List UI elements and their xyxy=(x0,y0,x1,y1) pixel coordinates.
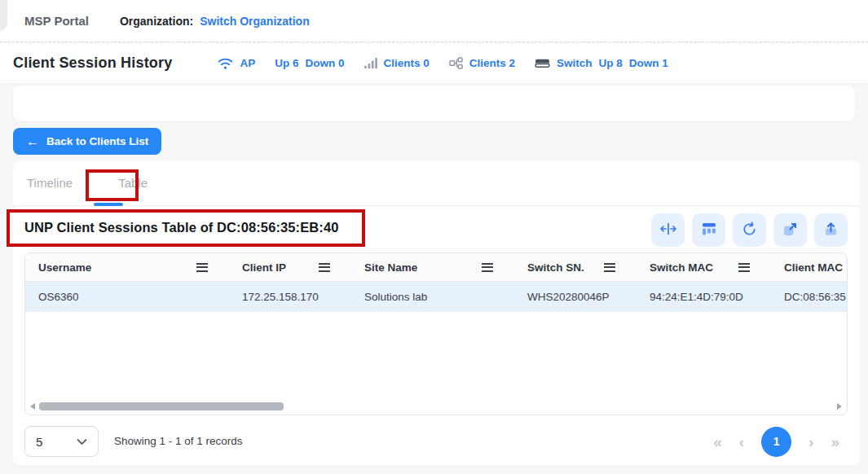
column-menu-icon[interactable] xyxy=(604,263,615,272)
pagination: « ‹ 1 › » xyxy=(713,426,839,457)
sessions-table: Username Client IP Site Name Switch SN. … xyxy=(24,252,848,415)
page-title: Client Session History xyxy=(13,55,172,72)
column-header-username: Username xyxy=(25,253,229,281)
columns-icon xyxy=(701,221,717,239)
stat-clients-signal: Clients 0 xyxy=(384,57,430,69)
device-status-bar: AP Up 6 Down 0 Clients 0 xyxy=(218,57,668,70)
stat-ap-up: Up 6 xyxy=(275,57,298,69)
clients-topology-icon xyxy=(449,57,463,69)
column-header-client-ip: Client IP xyxy=(229,253,351,281)
sessions-table-title: UNP Client Sessions Table of DC:08:56:35… xyxy=(24,220,338,235)
scroll-right-icon[interactable] xyxy=(837,403,842,410)
tab-timeline[interactable]: Timeline xyxy=(27,176,73,190)
page-header: Client Session History AP Up 6 Down 0 xyxy=(0,43,868,83)
column-menu-icon[interactable] xyxy=(319,263,330,272)
empty-panel xyxy=(13,86,855,121)
cell-client-mac: DC:08:56:35:EB:40 xyxy=(771,291,848,303)
signal-bars-icon xyxy=(364,58,377,69)
cell-site-name: Solutions lab xyxy=(351,291,514,303)
organization-link[interactable]: Switch Organization xyxy=(200,15,310,28)
column-resize-button[interactable] xyxy=(651,213,685,247)
column-header-site-name: Site Name xyxy=(351,253,514,281)
cell-username: OS6360 xyxy=(25,291,229,303)
current-page-button[interactable]: 1 xyxy=(761,427,791,457)
showing-records-text: Showing 1 - 1 of 1 records xyxy=(114,435,243,447)
column-menu-icon[interactable] xyxy=(482,263,493,272)
back-arrow-icon: ← xyxy=(26,135,39,148)
tabs-bar: Timeline Table xyxy=(13,160,860,206)
next-page-button[interactable]: › xyxy=(809,434,813,450)
switch-icon xyxy=(535,58,550,69)
export-button[interactable] xyxy=(814,213,848,247)
prev-page-button[interactable]: ‹ xyxy=(739,434,744,450)
table-row[interactable]: OS6360 172.25.158.170 Solutions lab WHS2… xyxy=(25,282,847,312)
sidebar-edge xyxy=(0,0,7,31)
back-button-label: Back to Clients List xyxy=(46,135,148,147)
chevron-down-icon xyxy=(77,434,87,449)
last-page-button[interactable]: » xyxy=(831,434,839,450)
table-header-row: Username Client IP Site Name Switch SN. … xyxy=(25,253,847,282)
stat-switch-up: Up 8 xyxy=(599,57,623,69)
cell-switch-sn: WHS20280046P xyxy=(514,291,637,303)
scrollbar-thumb[interactable] xyxy=(39,402,284,410)
columns-button[interactable] xyxy=(692,213,725,247)
cell-client-ip: 172.25.158.170 xyxy=(229,291,351,303)
stat-switch-label: Switch xyxy=(557,57,593,69)
cell-switch-mac: 94:24:E1:4D:79:0D xyxy=(637,291,771,303)
stat-clients-topology: Clients 2 xyxy=(469,57,515,69)
column-menu-icon[interactable] xyxy=(196,263,208,272)
column-menu-icon[interactable] xyxy=(738,263,750,272)
refresh-button[interactable] xyxy=(733,213,766,247)
page-size-select[interactable]: 5 xyxy=(24,426,99,457)
column-header-switch-sn: Switch SN. xyxy=(514,253,637,281)
client-session-history-page: MSP Portal Organization: Switch Organiza… xyxy=(0,0,868,474)
top-navbar: MSP Portal Organization: Switch Organiza… xyxy=(0,0,868,42)
column-header-switch-mac: Switch MAC xyxy=(637,253,771,281)
export-icon xyxy=(822,221,839,240)
page-size-value: 5 xyxy=(36,435,42,449)
stat-switch-down: Down 1 xyxy=(629,57,668,69)
active-tab-indicator xyxy=(94,203,123,206)
sessions-table-card: UNP Client Sessions Table of DC:08:56:35… xyxy=(13,206,860,466)
horizontal-scrollbar[interactable] xyxy=(25,402,847,411)
column-resize-icon xyxy=(659,221,677,239)
refresh-icon xyxy=(741,221,758,240)
table-toolbar xyxy=(651,213,848,247)
organization-label: Organization: xyxy=(120,15,193,28)
stat-ap-label: AP xyxy=(240,57,255,69)
first-page-button[interactable]: « xyxy=(713,434,722,450)
open-external-button[interactable] xyxy=(773,213,807,247)
stat-ap-down: Down 0 xyxy=(305,57,344,69)
tab-table[interactable]: Table xyxy=(118,176,148,190)
open-external-icon xyxy=(782,221,799,240)
column-header-client-mac: Client MAC xyxy=(771,253,848,281)
navbar-brand: MSP Portal xyxy=(24,14,89,28)
wifi-icon xyxy=(218,57,233,70)
scroll-left-icon[interactable] xyxy=(30,403,35,410)
back-to-clients-button[interactable]: ← Back to Clients List xyxy=(13,128,161,155)
